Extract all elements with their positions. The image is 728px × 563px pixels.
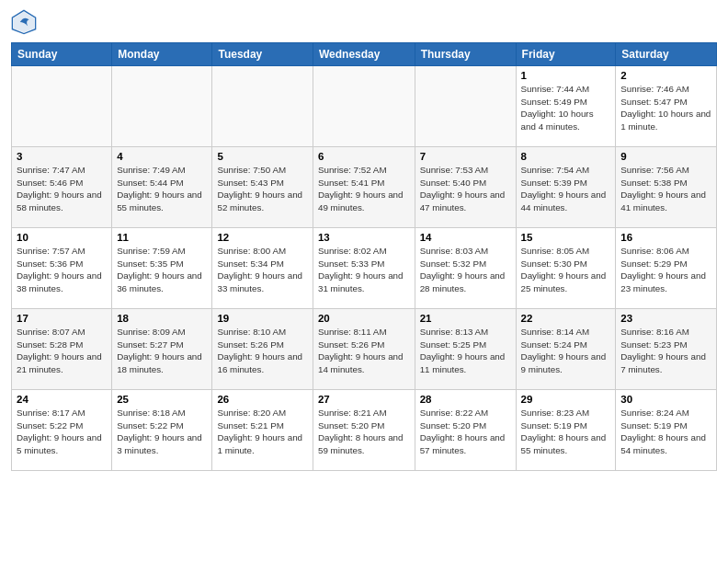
day-number: 9: [620, 151, 711, 162]
day-info: Sunrise: 7:44 AM Sunset: 5:49 PM Dayligh…: [521, 83, 611, 133]
calendar-cell: [12, 66, 112, 147]
day-number: 25: [117, 394, 207, 405]
day-info: Sunrise: 7:57 AM Sunset: 5:36 PM Dayligh…: [17, 245, 107, 295]
calendar-header-saturday: Saturday: [616, 43, 717, 66]
calendar-cell: 21Sunrise: 8:13 AM Sunset: 5:25 PM Dayli…: [415, 309, 516, 390]
calendar-cell: [212, 66, 313, 147]
day-info: Sunrise: 8:03 AM Sunset: 5:32 PM Dayligh…: [420, 245, 511, 295]
calendar-cell: 18Sunrise: 8:09 AM Sunset: 5:27 PM Dayli…: [112, 309, 212, 390]
day-number: 11: [117, 232, 207, 243]
day-number: 15: [521, 232, 611, 243]
day-number: 7: [420, 151, 511, 162]
day-info: Sunrise: 8:20 AM Sunset: 5:21 PM Dayligh…: [217, 407, 307, 457]
day-info: Sunrise: 7:52 AM Sunset: 5:41 PM Dayligh…: [318, 164, 410, 214]
day-info: Sunrise: 7:53 AM Sunset: 5:40 PM Dayligh…: [420, 164, 511, 214]
calendar-week-1: 1Sunrise: 7:44 AM Sunset: 5:49 PM Daylig…: [12, 66, 717, 147]
calendar-header-thursday: Thursday: [415, 43, 516, 66]
calendar-cell: 14Sunrise: 8:03 AM Sunset: 5:32 PM Dayli…: [415, 228, 516, 309]
day-info: Sunrise: 8:23 AM Sunset: 5:19 PM Dayligh…: [521, 407, 611, 457]
page: SundayMondayTuesdayWednesdayThursdayFrid…: [0, 0, 728, 563]
calendar-cell: 15Sunrise: 8:05 AM Sunset: 5:30 PM Dayli…: [516, 228, 616, 309]
day-info: Sunrise: 8:10 AM Sunset: 5:26 PM Dayligh…: [217, 326, 307, 376]
calendar-cell: 3Sunrise: 7:47 AM Sunset: 5:46 PM Daylig…: [12, 147, 112, 228]
day-number: 17: [17, 313, 107, 324]
day-number: 29: [521, 394, 611, 405]
day-info: Sunrise: 8:13 AM Sunset: 5:25 PM Dayligh…: [420, 326, 511, 376]
calendar-cell: 29Sunrise: 8:23 AM Sunset: 5:19 PM Dayli…: [516, 390, 616, 471]
calendar-cell: 7Sunrise: 7:53 AM Sunset: 5:40 PM Daylig…: [415, 147, 516, 228]
day-number: 13: [318, 232, 410, 243]
day-number: 23: [620, 313, 711, 324]
calendar-header-friday: Friday: [516, 43, 616, 66]
calendar-cell: 6Sunrise: 7:52 AM Sunset: 5:41 PM Daylig…: [313, 147, 415, 228]
day-number: 22: [521, 313, 611, 324]
calendar-week-4: 17Sunrise: 8:07 AM Sunset: 5:28 PM Dayli…: [12, 309, 717, 390]
day-info: Sunrise: 8:24 AM Sunset: 5:19 PM Dayligh…: [620, 407, 711, 457]
calendar-cell: 11Sunrise: 7:59 AM Sunset: 5:35 PM Dayli…: [112, 228, 212, 309]
day-info: Sunrise: 8:21 AM Sunset: 5:20 PM Dayligh…: [318, 407, 410, 457]
calendar-header-row: SundayMondayTuesdayWednesdayThursdayFrid…: [12, 43, 717, 66]
day-info: Sunrise: 8:07 AM Sunset: 5:28 PM Dayligh…: [17, 326, 107, 376]
day-number: 5: [217, 151, 307, 162]
day-number: 1: [521, 70, 611, 81]
day-number: 6: [318, 151, 410, 162]
calendar-cell: 22Sunrise: 8:14 AM Sunset: 5:24 PM Dayli…: [516, 309, 616, 390]
day-number: 12: [217, 232, 307, 243]
day-number: 20: [318, 313, 410, 324]
calendar-cell: 23Sunrise: 8:16 AM Sunset: 5:23 PM Dayli…: [616, 309, 717, 390]
calendar-cell: 16Sunrise: 8:06 AM Sunset: 5:29 PM Dayli…: [616, 228, 717, 309]
calendar-cell: 9Sunrise: 7:56 AM Sunset: 5:38 PM Daylig…: [616, 147, 717, 228]
calendar-cell: 26Sunrise: 8:20 AM Sunset: 5:21 PM Dayli…: [212, 390, 313, 471]
calendar-cell: 17Sunrise: 8:07 AM Sunset: 5:28 PM Dayli…: [12, 309, 112, 390]
day-info: Sunrise: 8:02 AM Sunset: 5:33 PM Dayligh…: [318, 245, 410, 295]
header: [11, 9, 717, 35]
calendar-cell: 12Sunrise: 8:00 AM Sunset: 5:34 PM Dayli…: [212, 228, 313, 309]
day-info: Sunrise: 7:56 AM Sunset: 5:38 PM Dayligh…: [620, 164, 711, 214]
day-number: 30: [620, 394, 711, 405]
day-number: 19: [217, 313, 307, 324]
calendar-cell: 5Sunrise: 7:50 AM Sunset: 5:43 PM Daylig…: [212, 147, 313, 228]
day-number: 28: [420, 394, 511, 405]
day-info: Sunrise: 8:00 AM Sunset: 5:34 PM Dayligh…: [217, 245, 307, 295]
calendar-cell: [415, 66, 516, 147]
day-info: Sunrise: 7:49 AM Sunset: 5:44 PM Dayligh…: [117, 164, 207, 214]
day-number: 10: [17, 232, 107, 243]
calendar-cell: 20Sunrise: 8:11 AM Sunset: 5:26 PM Dayli…: [313, 309, 415, 390]
day-number: 18: [117, 313, 207, 324]
calendar-header-wednesday: Wednesday: [313, 43, 415, 66]
day-info: Sunrise: 7:46 AM Sunset: 5:47 PM Dayligh…: [620, 83, 711, 133]
calendar-week-5: 24Sunrise: 8:17 AM Sunset: 5:22 PM Dayli…: [12, 390, 717, 471]
day-number: 24: [17, 394, 107, 405]
day-number: 8: [521, 151, 611, 162]
day-info: Sunrise: 7:47 AM Sunset: 5:46 PM Dayligh…: [17, 164, 107, 214]
day-number: 27: [318, 394, 410, 405]
calendar-cell: 2Sunrise: 7:46 AM Sunset: 5:47 PM Daylig…: [616, 66, 717, 147]
calendar-header-sunday: Sunday: [12, 43, 112, 66]
calendar-cell: 30Sunrise: 8:24 AM Sunset: 5:19 PM Dayli…: [616, 390, 717, 471]
day-number: 21: [420, 313, 511, 324]
day-number: 4: [117, 151, 207, 162]
day-number: 14: [420, 232, 511, 243]
calendar-cell: 25Sunrise: 8:18 AM Sunset: 5:22 PM Dayli…: [112, 390, 212, 471]
day-info: Sunrise: 8:09 AM Sunset: 5:27 PM Dayligh…: [117, 326, 207, 376]
day-info: Sunrise: 7:50 AM Sunset: 5:43 PM Dayligh…: [217, 164, 307, 214]
calendar-cell: [313, 66, 415, 147]
logo-icon: [11, 9, 37, 35]
calendar-cell: 1Sunrise: 7:44 AM Sunset: 5:49 PM Daylig…: [516, 66, 616, 147]
day-info: Sunrise: 8:06 AM Sunset: 5:29 PM Dayligh…: [620, 245, 711, 295]
day-info: Sunrise: 8:18 AM Sunset: 5:22 PM Dayligh…: [117, 407, 207, 457]
day-info: Sunrise: 8:16 AM Sunset: 5:23 PM Dayligh…: [620, 326, 711, 376]
calendar: SundayMondayTuesdayWednesdayThursdayFrid…: [11, 42, 717, 471]
calendar-cell: 27Sunrise: 8:21 AM Sunset: 5:20 PM Dayli…: [313, 390, 415, 471]
calendar-header-monday: Monday: [112, 43, 212, 66]
day-info: Sunrise: 8:22 AM Sunset: 5:20 PM Dayligh…: [420, 407, 511, 457]
calendar-week-3: 10Sunrise: 7:57 AM Sunset: 5:36 PM Dayli…: [12, 228, 717, 309]
day-info: Sunrise: 8:14 AM Sunset: 5:24 PM Dayligh…: [521, 326, 611, 376]
day-number: 26: [217, 394, 307, 405]
calendar-header-tuesday: Tuesday: [212, 43, 313, 66]
calendar-cell: 10Sunrise: 7:57 AM Sunset: 5:36 PM Dayli…: [12, 228, 112, 309]
day-info: Sunrise: 7:54 AM Sunset: 5:39 PM Dayligh…: [521, 164, 611, 214]
calendar-cell: [112, 66, 212, 147]
calendar-cell: 13Sunrise: 8:02 AM Sunset: 5:33 PM Dayli…: [313, 228, 415, 309]
logo: [11, 9, 40, 35]
